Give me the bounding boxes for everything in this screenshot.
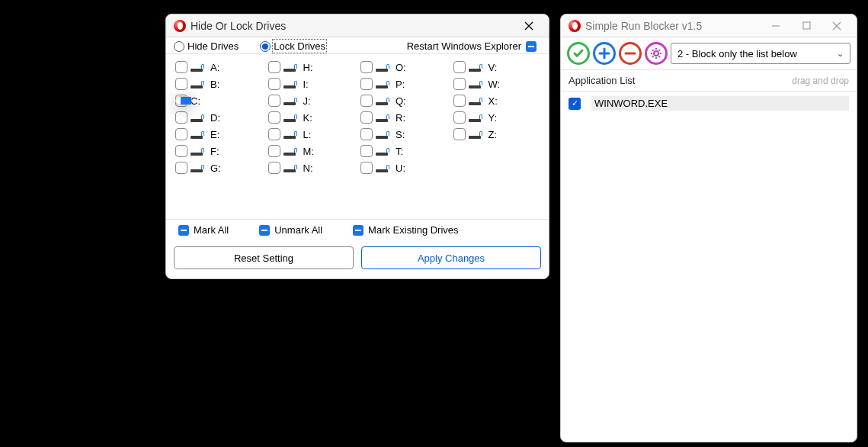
- drive-letter: M:: [303, 146, 314, 157]
- mark-existing-link[interactable]: Mark Existing Drives: [348, 224, 458, 236]
- drive-icon: [191, 163, 207, 172]
- drive-item: B:: [172, 76, 265, 92]
- titlebar[interactable]: Hide Or Lock Drives: [166, 14, 549, 37]
- drive-letter: U:: [396, 162, 405, 174]
- link-label: Unmark All: [274, 224, 322, 236]
- drive-icon: [469, 130, 485, 139]
- drive-letter: K:: [303, 112, 312, 124]
- drive-letter: E:: [210, 129, 219, 140]
- drive-checkbox[interactable]: [268, 162, 280, 174]
- restart-explorer-link[interactable]: Restart Windows Explorer: [407, 40, 541, 52]
- remove-button[interactable]: [619, 42, 642, 65]
- drive-column: V:W:X:Y:Z:: [450, 59, 543, 214]
- window-title: Hide Or Lock Drives: [191, 20, 514, 32]
- drive-letter: O:: [396, 62, 406, 73]
- drive-item: I:: [265, 76, 358, 92]
- drive-checkbox[interactable]: [268, 78, 280, 90]
- drive-checkbox[interactable]: [175, 111, 187, 124]
- maximize-button[interactable]: [791, 14, 822, 37]
- radio-dot-icon: [260, 41, 271, 52]
- reset-setting-button[interactable]: Reset Setting: [174, 246, 354, 269]
- drive-icon: [376, 130, 392, 139]
- unmark-all-link[interactable]: Unmark All: [255, 224, 322, 236]
- add-button[interactable]: [593, 42, 616, 65]
- drive-checkbox[interactable]: [360, 95, 373, 107]
- close-button[interactable]: [514, 14, 544, 37]
- drive-checkbox[interactable]: [175, 61, 187, 73]
- drive-icon: [283, 113, 300, 122]
- drive-letter: V:: [488, 62, 498, 73]
- drive-item: N:: [265, 159, 358, 176]
- drive-checkbox[interactable]: [175, 78, 187, 90]
- settings-button[interactable]: [645, 42, 668, 65]
- drive-icon: [469, 79, 485, 88]
- drive-column: A:B:C:D:E:F:G:: [172, 59, 265, 214]
- drive-letter: N:: [303, 162, 313, 174]
- drive-item: Y:: [450, 109, 543, 126]
- drive-letter: G:: [210, 162, 221, 174]
- drive-checkbox[interactable]: [268, 61, 280, 73]
- mark-all-link[interactable]: Mark All: [174, 224, 229, 236]
- drive-item: Z:: [450, 126, 543, 143]
- drive-checkbox[interactable]: [453, 128, 466, 140]
- close-button[interactable]: [822, 14, 852, 37]
- drive-checkbox[interactable]: [453, 61, 466, 73]
- link-label: Restart Windows Explorer: [407, 40, 521, 52]
- drive-checkbox[interactable]: [453, 111, 466, 124]
- drive-checkbox[interactable]: [360, 111, 373, 124]
- drive-checkbox[interactable]: [453, 78, 466, 90]
- drive-checkbox[interactable]: [175, 128, 187, 140]
- mode-row: Hide Drives Lock Drives Restart Windows …: [166, 37, 549, 54]
- drive-item: K:: [265, 109, 358, 126]
- drive-item: R:: [357, 109, 450, 126]
- titlebar[interactable]: Simple Run Blocker v1.5: [561, 14, 857, 37]
- drive-checkbox[interactable]: [268, 145, 280, 157]
- drive-letter: D:: [210, 112, 220, 124]
- drive-checkbox[interactable]: [175, 145, 187, 157]
- apply-changes-button[interactable]: Apply Changes: [361, 246, 541, 269]
- application-list[interactable]: WINWORD.EXE: [561, 92, 857, 442]
- chevron-down-icon: ⌄: [837, 49, 844, 59]
- plus-icon: [598, 47, 610, 59]
- drive-icon: [376, 146, 392, 156]
- drives-grid: A:B:C:D:E:F:G: H:I:J:K:L:M:N: O:P:Q:R:S:…: [166, 54, 549, 219]
- link-label: Mark All: [194, 224, 229, 236]
- drive-item: T:: [357, 143, 450, 159]
- drive-icon: [191, 113, 207, 122]
- drive-letter: S:: [396, 129, 405, 140]
- drive-checkbox[interactable]: [360, 128, 373, 140]
- drive-item: U:: [357, 159, 450, 176]
- drive-checkbox[interactable]: [360, 162, 373, 174]
- drive-item: L:: [265, 126, 358, 143]
- minus-icon: [353, 225, 364, 236]
- minimize-button[interactable]: [761, 14, 791, 37]
- drive-checkbox[interactable]: [175, 162, 187, 174]
- drive-checkbox[interactable]: [453, 95, 466, 107]
- app-checkbox[interactable]: [569, 98, 581, 110]
- bottom-links: Mark All Unmark All Mark Existing Drives: [166, 219, 549, 240]
- drive-checkbox[interactable]: [360, 78, 373, 90]
- drive-letter: W:: [488, 79, 501, 90]
- button-label: Reset Setting: [234, 252, 293, 264]
- app-row[interactable]: WINWORD.EXE: [561, 92, 857, 115]
- radio-label: Hide Drives: [187, 40, 239, 52]
- drive-checkbox[interactable]: [360, 145, 373, 157]
- select-value: 2 - Block only the list below: [677, 48, 797, 59]
- drive-checkbox[interactable]: [268, 95, 280, 107]
- minimize-icon: [771, 21, 780, 31]
- drive-checkbox[interactable]: [268, 128, 280, 140]
- drive-icon: [283, 163, 300, 172]
- drive-checkbox[interactable]: [360, 61, 373, 73]
- apply-button[interactable]: [567, 42, 590, 65]
- drive-letter: T:: [396, 146, 403, 157]
- mode-select[interactable]: 2 - Block only the list below ⌄: [671, 43, 850, 64]
- hide-drives-radio[interactable]: Hide Drives: [174, 40, 239, 52]
- drive-checkbox[interactable]: [268, 111, 280, 124]
- gear-icon: [650, 47, 662, 59]
- drag-and-drop-hint: drag and drop: [792, 76, 849, 86]
- drive-letter: X:: [488, 95, 498, 107]
- drive-icon: [283, 130, 300, 139]
- drive-letter: F:: [210, 146, 219, 157]
- close-icon: [524, 21, 533, 31]
- lock-drives-radio[interactable]: Lock Drives: [260, 40, 325, 52]
